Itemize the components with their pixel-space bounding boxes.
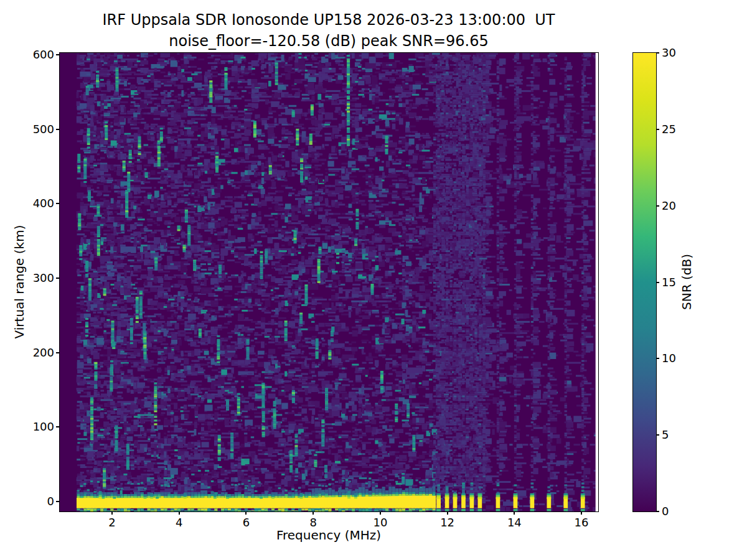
- colorbar: [632, 52, 657, 512]
- x-tick-label: 4: [176, 516, 182, 530]
- x-tick-label: 8: [309, 516, 316, 530]
- x-tick-mark: [111, 511, 113, 515]
- y-tick-mark: [56, 501, 59, 502]
- y-tick-label: 500: [0, 123, 54, 136]
- colorbar-tick-label: 25: [662, 123, 676, 136]
- y-tick-label: 400: [0, 197, 54, 210]
- x-tick-mark: [447, 511, 448, 515]
- colorbar-tick-mark: [656, 282, 659, 283]
- colorbar-label: SNR (dB): [679, 254, 694, 310]
- x-tick-mark: [245, 511, 247, 515]
- x-tick-mark: [581, 511, 582, 515]
- colorbar-tick-mark: [656, 52, 659, 54]
- x-tick-label: 2: [108, 516, 115, 530]
- x-tick-label: 12: [440, 516, 454, 530]
- y-tick-mark: [56, 426, 59, 427]
- y-tick-mark: [56, 54, 59, 55]
- colorbar-tick-label: 20: [662, 199, 676, 213]
- colorbar-tick-mark: [656, 434, 659, 436]
- y-tick-mark: [56, 129, 59, 130]
- x-tick-label: 14: [507, 516, 522, 530]
- y-tick-label: 600: [0, 48, 54, 62]
- x-tick-label: 10: [373, 516, 387, 530]
- figure-root: IRF Uppsala SDR Ionosonde UP158 2026-03-…: [0, 0, 747, 560]
- colorbar-tick-label: 30: [662, 46, 676, 60]
- chart-title: IRF Uppsala SDR Ionosonde UP158 2026-03-…: [103, 11, 555, 29]
- x-tick-mark: [179, 511, 180, 515]
- colorbar-tick-mark: [656, 511, 659, 512]
- y-tick-label: 300: [0, 271, 54, 285]
- heatmap-canvas: [60, 53, 598, 511]
- colorbar-tick-mark: [656, 358, 659, 359]
- x-tick-label: 16: [575, 516, 589, 530]
- y-tick-label: 0: [0, 495, 54, 508]
- x-axis-label: Frequency (MHz): [276, 528, 381, 543]
- chart-subtitle: noise_floor=-120.58 (dB) peak SNR=96.65: [169, 32, 489, 50]
- plot-area: [59, 52, 599, 512]
- colorbar-tick-label: 10: [662, 352, 676, 365]
- y-tick-mark: [56, 203, 59, 204]
- y-tick-mark: [56, 278, 59, 279]
- x-tick-mark: [514, 511, 515, 515]
- colorbar-tick-mark: [656, 205, 659, 207]
- y-tick-label: 200: [0, 346, 54, 360]
- colorbar-tick-label: 15: [662, 276, 676, 289]
- x-tick-mark: [380, 511, 381, 515]
- y-tick-label: 100: [0, 420, 54, 434]
- x-tick-mark: [312, 511, 314, 515]
- y-tick-mark: [56, 352, 59, 353]
- x-tick-label: 6: [243, 516, 250, 530]
- colorbar-tick-label: 0: [662, 505, 669, 518]
- colorbar-tick-mark: [656, 129, 659, 130]
- colorbar-tick-label: 5: [662, 428, 669, 442]
